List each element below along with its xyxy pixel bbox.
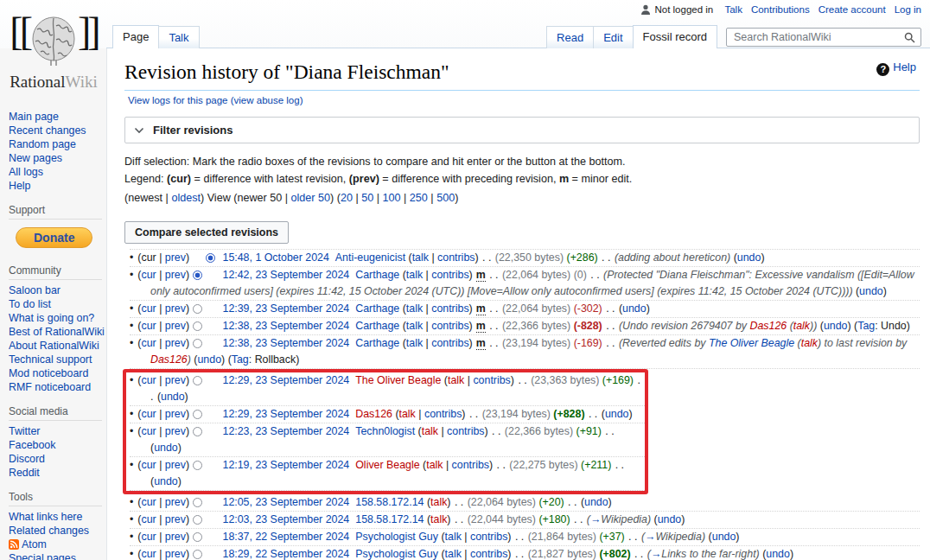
sidebar-item-best-of-rationalwiki[interactable]: Best of RationalWiki (9, 326, 102, 339)
personal-link-log-in[interactable]: Log in (895, 4, 921, 15)
prev-link[interactable]: prev (165, 496, 186, 508)
user-talk-link[interactable]: talk (399, 408, 416, 420)
revision-select-radio[interactable] (193, 532, 202, 542)
cur-link[interactable]: cur (141, 302, 156, 315)
prev-link[interactable]: prev (165, 513, 186, 525)
sidebar-item-new-pages[interactable]: New pages (9, 152, 102, 165)
search-input[interactable] (726, 28, 921, 47)
summary-link[interactable]: The Oliver Beagle (709, 337, 794, 349)
undo-link[interactable]: undo (737, 251, 761, 264)
prev-link[interactable]: prev (165, 320, 186, 332)
sidebar-item-what-links-here[interactable]: What links here (9, 511, 102, 524)
revision-select-radio[interactable] (193, 304, 202, 314)
user-talk-link[interactable]: talk (448, 374, 464, 386)
revision-select-radio[interactable] (193, 550, 202, 559)
revision-date-link[interactable]: 15:48, 1 October 2024 (223, 251, 329, 264)
cur-link[interactable]: cur (141, 374, 156, 386)
sidebar-item-random-page[interactable]: Random page (9, 138, 102, 151)
cur-link[interactable]: cur (141, 337, 156, 349)
sidebar-item-to-do-list[interactable]: To do list (9, 298, 102, 311)
user-link[interactable]: Techn0logist (355, 425, 415, 437)
prev-link[interactable]: prev (165, 425, 186, 437)
revision-date-link[interactable]: 12:38, 23 September 2024 (223, 320, 350, 332)
sidebar-item-mod-noticeboard[interactable]: Mod noticeboard (9, 367, 102, 380)
revision-select-radio[interactable] (193, 410, 202, 419)
pager-count-20[interactable]: 20 (341, 192, 353, 204)
cur-link[interactable]: cur (141, 548, 156, 560)
pager-count-500[interactable]: 500 (436, 192, 455, 204)
donate-button[interactable]: Donate (16, 227, 92, 248)
sidebar-item-facebook[interactable]: Facebook (9, 439, 102, 452)
section-arrow-link[interactable]: → (651, 548, 661, 560)
user-talk-link[interactable]: talk (445, 531, 462, 543)
sidebar-item-rmf-noticeboard[interactable]: RMF noticeboard (9, 381, 102, 394)
summary-link[interactable]: Das126 (150, 353, 188, 366)
user-talk-link[interactable]: talk (430, 513, 447, 525)
user-talk-link[interactable]: talk (406, 302, 423, 315)
sidebar-item-recent-changes[interactable]: Recent changes (9, 124, 102, 137)
user-talk-link[interactable]: talk (412, 251, 429, 264)
pager-count-50[interactable]: 50 (361, 192, 373, 204)
revision-select-radio[interactable] (193, 461, 202, 470)
user-link[interactable]: The Oliver Beagle (355, 374, 441, 386)
cur-link[interactable]: cur (141, 408, 156, 420)
user-link[interactable]: 158.58.172.14 (355, 496, 424, 508)
view-abuse-log-link[interactable]: view abuse log (234, 95, 300, 105)
user-link[interactable]: Carthage (355, 320, 399, 332)
user-contribs-link[interactable]: contribs (431, 337, 468, 349)
undo-link[interactable]: undo (605, 408, 629, 420)
revision-date-link[interactable]: 18:37, 22 September 2024 (223, 531, 350, 543)
revision-select-radio[interactable] (193, 270, 202, 280)
user-talk-link[interactable]: talk (430, 496, 447, 508)
revision-date-link[interactable]: 12:23, 23 September 2024 (223, 425, 350, 437)
revision-select-radio[interactable] (193, 515, 202, 525)
revision-date-link[interactable]: 12:29, 23 September 2024 (223, 408, 350, 420)
prev-link[interactable]: prev (165, 337, 186, 349)
user-link[interactable]: Anti-eugenicist (335, 251, 405, 264)
revision-date-link[interactable]: 12:19, 23 September 2024 (223, 459, 350, 471)
user-talk-link[interactable]: talk (426, 459, 443, 471)
cur-link[interactable]: cur (141, 496, 156, 508)
personal-link-talk[interactable]: Talk (724, 4, 742, 15)
revision-date-link[interactable]: 12:05, 23 September 2024 (223, 496, 350, 508)
undo-link[interactable]: undo (824, 320, 848, 332)
prev-link[interactable]: prev (165, 531, 186, 543)
undo-link[interactable]: undo (154, 442, 178, 454)
revision-date-link[interactable]: 18:29, 22 September 2024 (223, 548, 350, 560)
site-logo[interactable]: [[ ]] RationalWiki (5, 5, 102, 92)
user-link[interactable]: Psychologist Guy (355, 548, 438, 560)
prev-link[interactable]: prev (165, 374, 186, 386)
sidebar-item-about-rationalwiki[interactable]: About RationalWiki (9, 340, 102, 353)
sidebar-item-special-pages[interactable]: Special pages (9, 552, 102, 560)
prev-link[interactable]: prev (165, 548, 186, 560)
help-label[interactable]: Help (893, 60, 916, 73)
cur-link[interactable]: cur (141, 269, 156, 281)
user-contribs-link[interactable]: contribs (437, 251, 475, 264)
summary-link[interactable]: talk (793, 320, 810, 332)
filter-revisions-toggle[interactable]: Filter revisions (124, 117, 920, 143)
prev-link[interactable]: prev (165, 269, 186, 281)
user-contribs-link[interactable]: contribs (431, 302, 468, 315)
undo-link[interactable]: undo (197, 353, 221, 366)
sidebar-item-what-is-going-on[interactable]: What is going on? (9, 312, 102, 325)
undo-link[interactable]: undo (766, 548, 790, 560)
user-link[interactable]: Carthage (355, 302, 399, 315)
revision-select-radio[interactable] (193, 376, 202, 385)
view-logs-link[interactable]: View logs for this page (128, 95, 228, 105)
revision-date-link[interactable]: 12:03, 23 September 2024 (223, 513, 350, 525)
sidebar-item-reddit[interactable]: Reddit (9, 467, 102, 480)
cur-link[interactable]: cur (141, 513, 156, 525)
user-contribs-link[interactable]: contribs (470, 548, 507, 560)
revision-date-link[interactable]: 12:42, 23 September 2024 (223, 269, 350, 281)
user-link[interactable]: Psychologist Guy (355, 531, 438, 543)
sidebar-item-discord[interactable]: Discord (9, 453, 102, 466)
pager-older50-link[interactable]: older 50 (291, 192, 331, 204)
compare-selected-revisions-button[interactable]: Compare selected revisions (124, 221, 289, 244)
tab-page[interactable]: Page (112, 25, 159, 48)
pager-oldest-link[interactable]: oldest (171, 192, 201, 204)
revision-date-link[interactable]: 12:39, 23 September 2024 (223, 302, 350, 315)
tab-edit[interactable]: Edit (593, 26, 633, 48)
user-contribs-link[interactable]: contribs (424, 408, 462, 420)
user-contribs-link[interactable]: contribs (447, 425, 484, 437)
user-contribs-link[interactable]: contribs (431, 320, 468, 332)
